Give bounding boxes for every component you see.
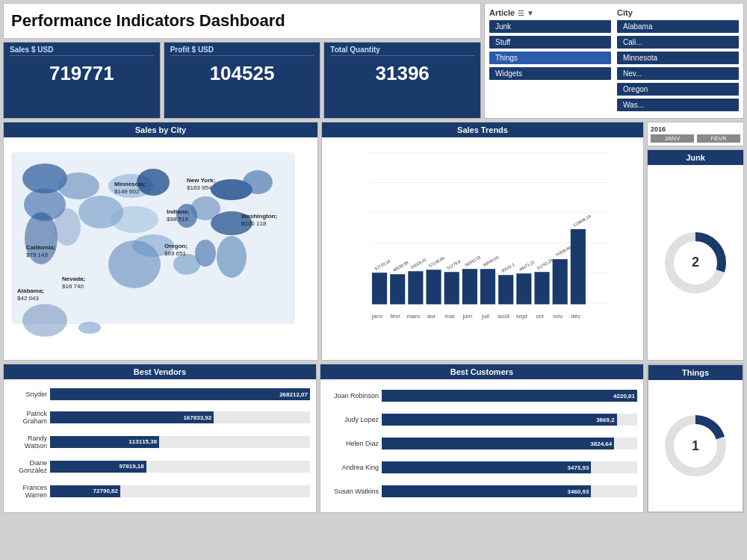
customers-title: Best Customers: [320, 364, 643, 379]
kpi-profit: Profit $ USD 104525: [164, 42, 321, 119]
donut-junk-body: 2: [648, 165, 743, 360]
filter-stuff[interactable]: Stuff: [489, 36, 611, 49]
cal-months: JANV FÉVR: [651, 134, 740, 143]
donut-things-body: 1: [648, 380, 743, 511]
filter-widgets[interactable]: Widgets: [489, 67, 611, 80]
customer-label-1: Judy Lopez: [326, 416, 379, 423]
city-filter-group: City Alabama Cali... Minnesota Nev... Or…: [617, 8, 739, 113]
customer-row-2: Helen Diaz 3824,64: [326, 438, 637, 449]
customers-section: Best Customers Joan Robinson 4220,81 Jud…: [320, 364, 644, 513]
chart-title: Sales Trends: [322, 122, 643, 137]
vendor-value-4: 72790,82: [93, 488, 118, 494]
filter-nevada[interactable]: Nev...: [617, 67, 739, 80]
city-filter-header: City: [617, 8, 739, 17]
customer-label-2: Helen Diaz: [326, 440, 379, 447]
customer-row-3: Andrea King 3473,93: [326, 461, 637, 473]
vendor-bar-1: 167833,92: [50, 411, 310, 423]
svg-text:119606,18: 119606,18: [572, 214, 592, 227]
vendor-label-4: Frances Warren: [10, 484, 47, 499]
svg-rect-58: [498, 275, 513, 304]
customer-row-1: Judy Lopez 3869,2: [326, 414, 637, 426]
cal-feb[interactable]: FÉVR: [697, 134, 740, 143]
filter-things[interactable]: Things: [489, 52, 611, 64]
svg-point-17: [217, 236, 247, 278]
svg-point-4: [54, 208, 81, 246]
svg-text:Minnesota;: Minnesota;: [114, 181, 146, 187]
top-row: Performance Indicators Dashboard Sales $…: [3, 3, 744, 119]
vendor-bar-4: 72790,82: [50, 485, 310, 497]
customer-bar-1: 3869,2: [382, 414, 637, 426]
svg-text:$163 954: $163 954: [187, 184, 212, 191]
svg-text:52720,16: 52720,16: [374, 258, 391, 271]
kpi-sales: Sales $ USD 719771: [3, 42, 161, 119]
filter-oregon[interactable]: Oregon: [617, 83, 739, 96]
svg-text:Alabama;: Alabama;: [17, 287, 44, 294]
vendor-fill-2: 113115,38: [50, 436, 159, 448]
svg-text:mai: mai: [444, 313, 454, 320]
donut-things-title: Things: [648, 365, 743, 380]
bottom-row: Best Vendors Snyder 268212,07 Patrick Gr…: [3, 364, 744, 513]
customer-fill-1: 3869,2: [382, 414, 617, 426]
svg-text:oct: oct: [536, 313, 544, 320]
svg-text:Indiana;: Indiana;: [167, 208, 190, 215]
vendor-bar-0: 268212,07: [50, 388, 310, 400]
svg-text:$98 518: $98 518: [167, 216, 188, 223]
title-text: Performance Indicators Dashboard: [11, 11, 285, 31]
svg-point-15: [243, 170, 273, 194]
vendor-fill-4: 72790,82: [50, 485, 120, 497]
svg-rect-48: [408, 271, 423, 304]
svg-rect-52: [444, 272, 459, 304]
filter-row: Article ☰ ▼ Junk Stuff Things Widgets Ci…: [489, 8, 739, 113]
svg-rect-54: [462, 269, 477, 304]
filter-minnesota[interactable]: Minnesota: [617, 52, 739, 64]
svg-text:54029,42: 54029,42: [410, 257, 427, 270]
filter-icon: ☰ ▼: [518, 9, 534, 17]
customer-label-0: Joan Robinson: [326, 392, 379, 399]
cal-jan[interactable]: JANV: [651, 134, 694, 143]
customer-row-4: Susan Watkins 3460,93: [326, 485, 637, 497]
svg-text:Oregon;: Oregon;: [164, 243, 187, 249]
vendor-bar-2: 113115,38: [50, 436, 310, 448]
vendor-label-3: Diane González: [10, 459, 47, 474]
customer-label-3: Andrea King: [326, 464, 379, 471]
svg-text:$79 143: $79 143: [26, 252, 48, 258]
dashboard-title: Performance Indicators Dashboard: [3, 3, 481, 39]
filter-washington[interactable]: Was...: [617, 99, 739, 111]
svg-text:$149 602: $149 602: [114, 188, 140, 195]
svg-point-9: [111, 206, 158, 233]
svg-text:juin: juin: [462, 313, 473, 320]
map-container: New York; $163 954 Minnesota; $149 602 W…: [4, 137, 317, 355]
svg-rect-62: [534, 272, 549, 304]
dashboard: Performance Indicators Dashboard Sales $…: [0, 0, 747, 560]
svg-text:juil: juil: [481, 313, 489, 320]
filter-alabama[interactable]: Alabama: [617, 20, 739, 33]
vendor-value-1: 167833,92: [183, 414, 211, 421]
customer-bar-0: 4220,81: [382, 390, 637, 402]
svg-text:51279,8: 51279,8: [446, 259, 461, 270]
vendors-section: Best Vendors Snyder 268212,07 Patrick Gr…: [3, 364, 317, 513]
vendor-label-2: Randy Watson: [10, 435, 47, 449]
map-section: Sales by City: [3, 122, 318, 361]
svg-text:nov: nov: [553, 313, 562, 320]
svg-rect-46: [390, 274, 405, 304]
right-mini-section: 2016 JANV FÉVR Junk 2: [647, 122, 744, 361]
svg-text:févr: févr: [390, 313, 400, 320]
trend-svg: 52720,16 48539,98 54029,42 57138,66 5127…: [322, 137, 643, 355]
customer-bar-2: 3824,64: [382, 438, 637, 449]
svg-text:New York;: New York;: [187, 177, 215, 184]
article-filter-header: Article ☰ ▼: [489, 8, 611, 17]
vendor-row-2: Randy Watson 113115,38: [10, 435, 310, 449]
vendor-bar-3: 97819,18: [50, 461, 310, 473]
donut-junk-value: 2: [692, 255, 699, 270]
filter-junk[interactable]: Junk: [489, 20, 611, 33]
svg-text:août: août: [498, 313, 509, 320]
svg-text:janv: janv: [371, 313, 383, 320]
kpi-quantity-label: Total Quantity: [330, 46, 474, 56]
svg-point-21: [78, 322, 101, 334]
customer-bar-4: 3460,93: [382, 485, 637, 497]
vendor-row-0: Snyder 268212,07: [10, 388, 310, 400]
svg-text:$69 651: $69 651: [164, 250, 186, 257]
filter-cali[interactable]: Cali...: [617, 36, 739, 49]
cal-year: 2016: [651, 125, 740, 133]
donut-things-value: 1: [692, 438, 699, 454]
